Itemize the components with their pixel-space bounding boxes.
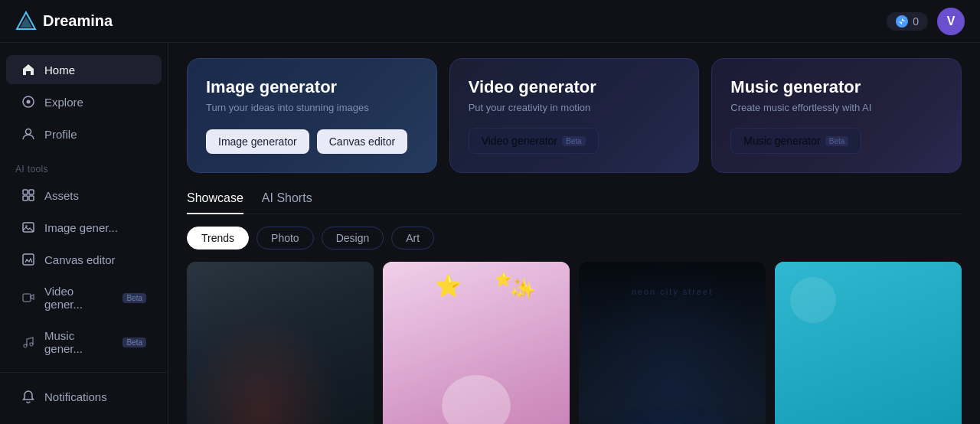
sidebar-item-video-generator[interactable]: Video gener... Beta [6, 277, 162, 318]
assets-icon [21, 188, 35, 202]
music-card-buttons: Music generator Beta [730, 128, 942, 154]
credits-count: 0 [913, 15, 919, 28]
showcase-image-venom[interactable]: neon city street VENOM [579, 262, 766, 424]
feature-cards: Image generator Turn your ideas into stu… [187, 58, 962, 173]
dreamina-logo-icon [15, 11, 37, 32]
sidebar: Home Explore Profile AI tools [0, 43, 168, 424]
showcase-image-robot[interactable]: 🤖 [187, 262, 374, 424]
sidebar-divider [0, 372, 168, 379]
svg-rect-12 [23, 254, 34, 265]
music-generator-button[interactable]: Music generator Beta [730, 128, 861, 154]
credits-icon [896, 15, 908, 28]
image-card-desc: Turn your ideas into stunning images [206, 102, 418, 113]
svg-rect-7 [29, 190, 34, 194]
music-generator-card: Music generator Create music effortlessl… [711, 58, 962, 173]
image-generator-button[interactable]: Image generator [206, 129, 309, 154]
sidebar-item-video-gen-label: Video gener... [44, 285, 113, 311]
canvas-editor-button[interactable]: Canvas editor [317, 129, 407, 154]
showcase-image-girl[interactable]: 👩 [775, 262, 962, 424]
sidebar-item-image-gen-label: Image gener... [44, 221, 118, 234]
svg-rect-9 [29, 196, 34, 201]
tab-showcase[interactable]: Showcase [187, 191, 243, 214]
header-right: 0 V [887, 8, 965, 35]
svg-point-4 [27, 100, 31, 104]
sidebar-item-explore-label: Explore [44, 96, 83, 109]
image-generator-card: Image generator Turn your ideas into stu… [187, 58, 437, 173]
svg-rect-6 [23, 190, 28, 194]
sidebar-item-assets-label: Assets [44, 189, 79, 202]
music-card-top: Music generator Create music effortlessl… [730, 77, 942, 126]
video-btn-beta-tag: Beta [562, 136, 586, 146]
video-card-buttons: Video generator Beta [469, 128, 681, 154]
sidebar-item-profile[interactable]: Profile [6, 119, 162, 148]
svg-marker-2 [899, 18, 905, 24]
music-gen-icon [21, 335, 35, 349]
music-card-desc: Create music effortlessly with AI [730, 102, 942, 113]
tab-ai-shorts[interactable]: AI Shorts [262, 191, 312, 214]
bolt-icon [898, 18, 906, 25]
sidebar-item-image-generator[interactable]: Image gener... [6, 213, 162, 242]
sidebar-item-home-label: Home [44, 64, 75, 77]
video-card-title: Video generator [469, 77, 681, 97]
credits-badge[interactable]: 0 [887, 12, 928, 31]
sidebar-item-music-generator[interactable]: Music gener... Beta [6, 321, 162, 363]
music-generator-button-label: Music generator [743, 135, 820, 147]
image-grid: 🤖 ⭐ ✨ ⭐ Dreamina neon city street VENOM … [187, 262, 962, 424]
filter-design[interactable]: Design [322, 227, 384, 250]
user-avatar[interactable]: V [937, 8, 965, 35]
sidebar-item-music-gen-label: Music gener... [44, 329, 113, 355]
logo[interactable]: Dreamina [15, 11, 113, 32]
music-btn-beta-tag: Beta [825, 136, 849, 146]
video-generator-card: Video generator Put your creativity in m… [449, 58, 700, 173]
header: Dreamina 0 V [0, 0, 980, 43]
home-icon [21, 63, 35, 77]
music-card-title: Music generator [730, 77, 942, 97]
svg-point-14 [24, 344, 27, 347]
main-layout: Home Explore Profile AI tools [0, 43, 980, 424]
image-card-title: Image generator [206, 77, 418, 97]
svg-marker-1 [20, 17, 32, 28]
image-gen-icon [21, 220, 35, 234]
video-card-desc: Put your creativity in motion [469, 102, 681, 113]
sidebar-item-canvas-label: Canvas editor [44, 253, 116, 266]
sidebar-item-notifications-label: Notifications [44, 390, 107, 403]
filter-photo[interactable]: Photo [256, 227, 314, 250]
app-name: Dreamina [43, 12, 113, 30]
video-generator-button-label: Video generator [482, 135, 557, 147]
filter-trends[interactable]: Trends [187, 227, 249, 250]
explore-icon [21, 95, 35, 109]
filter-art[interactable]: Art [391, 227, 434, 250]
sidebar-item-notifications[interactable]: Notifications [6, 382, 162, 411]
notifications-icon [21, 390, 35, 403]
sidebar-item-home[interactable]: Home [6, 55, 162, 84]
filter-pills: Trends Photo Design Art [187, 227, 962, 250]
image-card-buttons: Image generator Canvas editor [206, 129, 418, 154]
showcase-tabs: Showcase AI Shorts [187, 191, 962, 214]
music-gen-beta-badge: Beta [122, 338, 146, 347]
svg-rect-13 [23, 294, 31, 302]
image-card-top: Image generator Turn your ideas into stu… [206, 77, 418, 126]
video-gen-icon [21, 291, 35, 305]
canvas-icon [21, 253, 35, 266]
video-card-top: Video generator Put your creativity in m… [469, 77, 681, 126]
svg-point-5 [26, 129, 31, 135]
ai-tools-label: AI tools [0, 158, 168, 178]
main-content: Image generator Turn your ideas into stu… [168, 43, 980, 424]
svg-rect-8 [23, 196, 28, 201]
showcase-image-dreamina[interactable]: ⭐ ✨ ⭐ Dreamina [383, 262, 570, 424]
profile-icon [21, 127, 35, 141]
sidebar-item-canvas-editor[interactable]: Canvas editor [6, 245, 162, 274]
sidebar-item-explore[interactable]: Explore [6, 87, 162, 116]
sidebar-item-profile-label: Profile [44, 128, 77, 141]
svg-point-11 [25, 225, 28, 227]
svg-point-15 [30, 343, 33, 346]
video-gen-beta-badge: Beta [122, 293, 146, 303]
sidebar-item-assets[interactable]: Assets [6, 181, 162, 210]
video-generator-button[interactable]: Video generator Beta [469, 128, 599, 154]
